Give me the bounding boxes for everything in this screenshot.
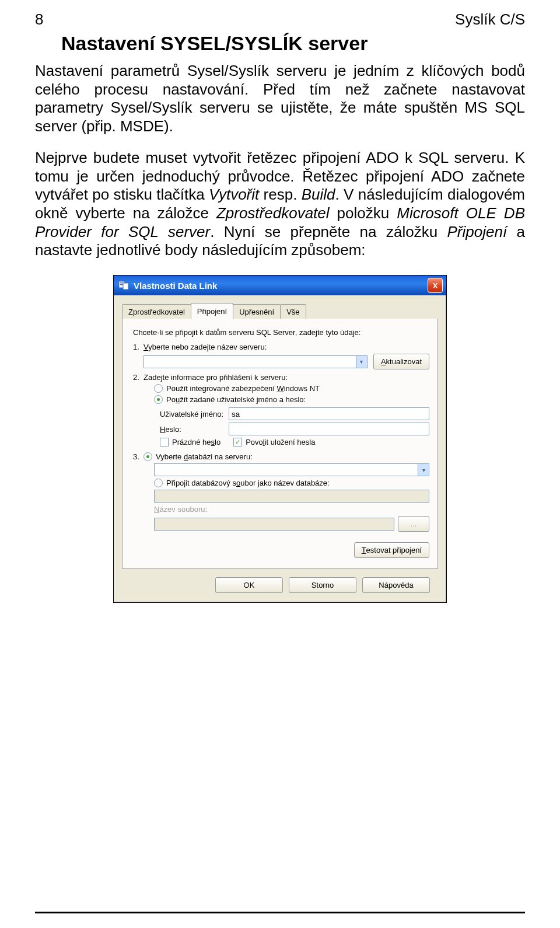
radio-integrated-label: Použít integrované zabezpečení Windows N… <box>166 384 320 393</box>
svg-rect-3 <box>120 284 123 285</box>
paragraph-1: Nastavení parametrů Sysel/Syslík serveru… <box>35 62 525 136</box>
chevron-down-icon[interactable] <box>418 464 429 476</box>
title-bar[interactable]: Vlastnosti Data Link X <box>114 275 446 295</box>
step-1-label: Vyberte nebo zadejte název serveru: <box>144 343 267 351</box>
password-input[interactable] <box>229 423 429 435</box>
browse-file-button: ... <box>398 516 429 532</box>
svg-rect-2 <box>120 282 123 284</box>
dialog-title: Vlastnosti Data Link <box>134 281 217 291</box>
cancel-button[interactable]: Storno <box>289 577 356 593</box>
page-number: 8 <box>35 11 43 29</box>
checkbox-blank-label: Prázdné heslo <box>172 438 220 446</box>
radio-select-database[interactable] <box>144 452 152 461</box>
section-heading: Nastavení SYSEL/SYSLÍK server <box>61 32 525 55</box>
svg-rect-1 <box>123 283 128 289</box>
refresh-button[interactable]: Aktualizovat <box>373 354 429 369</box>
username-label: Uživatelské jméno: <box>160 410 229 418</box>
tab-strip: Zprostředkovatel Připojení Upřesnění Vše <box>122 303 438 319</box>
radio-integrated-security[interactable] <box>154 384 163 393</box>
radio-attach-file[interactable] <box>154 479 163 487</box>
app-title: Syslík C/S <box>455 11 525 29</box>
filename-input <box>154 518 394 531</box>
step-2-number: 2. <box>133 373 144 382</box>
step-1-number: 1. <box>133 343 144 351</box>
database-name-input <box>154 490 429 503</box>
radio-select-db-label: Vyberte databázi na serveru: <box>156 452 253 461</box>
filename-label: Název souboru: <box>154 505 207 514</box>
tab-panel-connection: Chcete-li se připojit k datům serveru SQ… <box>122 319 438 569</box>
data-link-dialog: Vlastnosti Data Link X Zprostředkovatel … <box>113 275 447 603</box>
password-label: Heslo: <box>160 425 229 434</box>
tab-provider[interactable]: Zprostředkovatel <box>122 304 191 319</box>
checkbox-save-label: Povolit uložení hesla <box>246 438 315 446</box>
database-dropdown[interactable] <box>154 463 429 476</box>
tab-all[interactable]: Vše <box>280 304 306 319</box>
chevron-down-icon[interactable] <box>356 356 367 368</box>
step-2-label: Zadejte informace pro přihlášení k serve… <box>144 373 288 382</box>
tab-connection[interactable]: Připojení <box>191 303 233 319</box>
checkbox-blank-password[interactable] <box>160 438 169 446</box>
tab-advanced[interactable]: Upřesnění <box>233 304 281 319</box>
radio-attach-label: Připojit databázový soubor jako název da… <box>166 479 330 487</box>
paragraph-2: Nejprve budete muset vytvořit řetězec př… <box>35 149 525 260</box>
close-icon[interactable]: X <box>428 278 443 293</box>
username-input[interactable] <box>229 407 429 420</box>
ok-button[interactable]: OK <box>215 577 283 593</box>
step-3-number: 3. <box>133 452 144 461</box>
radio-specific-user[interactable] <box>154 395 163 404</box>
test-connection-button[interactable]: Testovat připojení <box>354 542 429 558</box>
connection-prompt: Chcete-li se připojit k datům serveru SQ… <box>133 328 429 337</box>
checkbox-save-password[interactable] <box>233 438 242 446</box>
help-button[interactable]: Nápověda <box>362 577 430 593</box>
data-link-icon <box>117 279 130 292</box>
radio-specific-label: Použít zadané uživatelské jméno a heslo: <box>166 395 306 404</box>
footer-divider <box>35 912 525 913</box>
server-name-dropdown[interactable] <box>144 355 368 368</box>
